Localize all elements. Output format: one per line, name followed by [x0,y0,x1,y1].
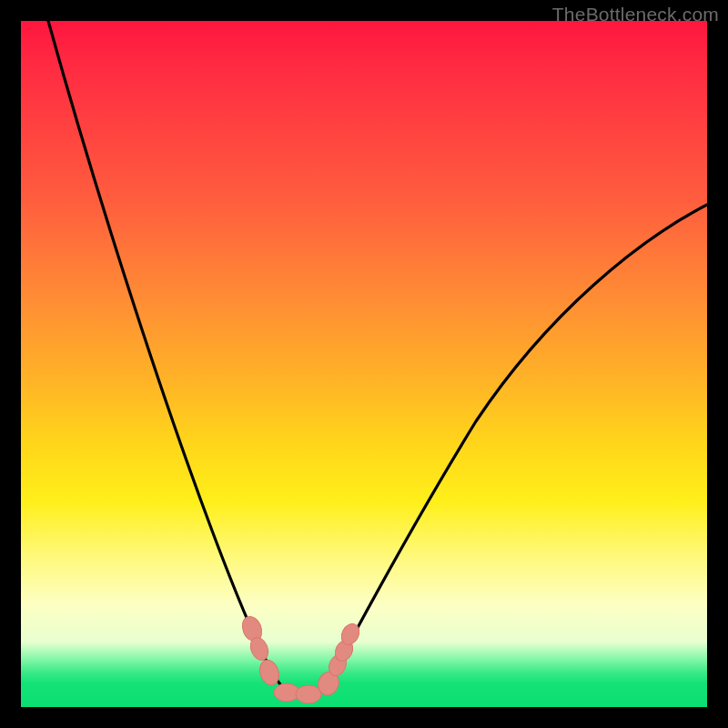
bottleneck-curve [48,21,707,697]
plot-area [21,21,707,707]
marker-cluster [238,613,362,703]
marker [296,685,321,703]
chart-svg [21,21,707,707]
outer-frame: TheBottleneck.com [0,0,728,728]
watermark-text: TheBottleneck.com [552,4,719,25]
